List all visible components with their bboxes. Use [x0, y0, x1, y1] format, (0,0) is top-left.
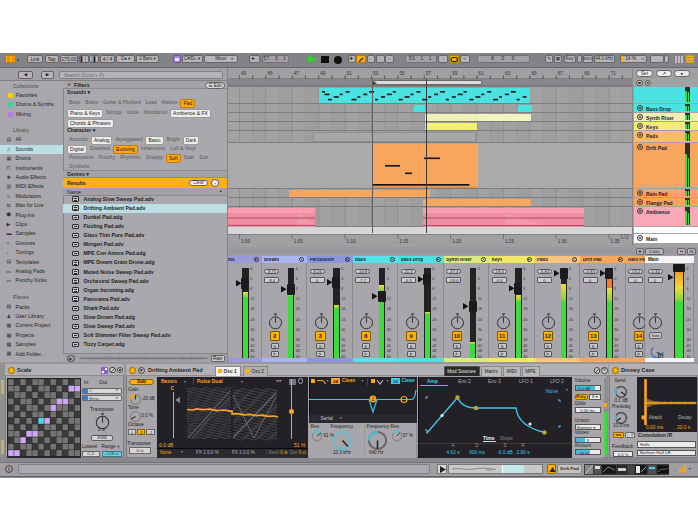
svg-text:Decay: Decay — [678, 415, 692, 420]
svg-text:Attack: Attack — [648, 415, 662, 420]
svg-text:0.00 ms: 0.00 ms — [646, 424, 664, 429]
svg-text:20.0 s: 20.0 s — [677, 424, 691, 429]
